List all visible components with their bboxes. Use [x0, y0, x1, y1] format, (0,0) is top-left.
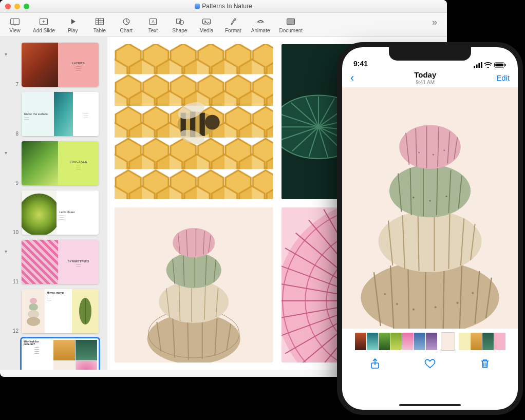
- cellular-icon: [474, 62, 482, 68]
- svg-point-129: [413, 308, 415, 310]
- photos-toolbar: [342, 354, 518, 372]
- filmstrip-thumb[interactable]: [459, 333, 470, 350]
- svg-point-24: [27, 317, 40, 326]
- photo-filmstrip[interactable]: [342, 329, 518, 354]
- svg-rect-111: [474, 66, 475, 68]
- svg-rect-117: [505, 64, 506, 66]
- media-button[interactable]: Media: [198, 17, 215, 33]
- favorite-button[interactable]: [424, 357, 436, 372]
- filmstrip-thumb[interactable]: [355, 333, 366, 350]
- svg-point-22: [29, 303, 38, 311]
- svg-point-17: [204, 21, 206, 22]
- svg-point-15: [179, 21, 183, 25]
- slide-thumb-12[interactable]: 12 Mirror, mirror—————————: [2, 287, 105, 336]
- slide-thumb-9[interactable]: ▾ 9 FRACTALS—————————: [2, 139, 105, 188]
- slide-thumb-10[interactable]: 10 Look closer—————————: [2, 188, 105, 237]
- filmstrip-thumb[interactable]: [426, 333, 437, 350]
- canvas-image-urchins[interactable]: [115, 207, 273, 362]
- svg-rect-20: [287, 18, 295, 25]
- iphone-device: 9:41 ‹ Today 9:41 AM Edit: [337, 42, 523, 415]
- filmstrip-thumb-current[interactable]: [441, 333, 455, 350]
- svg-rect-112: [476, 65, 478, 68]
- svg-point-130: [435, 306, 437, 308]
- titlebar: Patterns In Nature: [0, 0, 447, 13]
- svg-point-35: [205, 115, 220, 130]
- filmstrip-thumb[interactable]: [482, 333, 494, 350]
- add-slide-button[interactable]: Add Slide: [33, 17, 55, 33]
- svg-text:A: A: [152, 19, 155, 24]
- svg-point-21: [30, 298, 37, 304]
- nav-subtitle: 9:41 AM: [414, 80, 436, 85]
- plus-icon: [38, 17, 49, 26]
- table-button[interactable]: Table: [91, 17, 108, 33]
- filmstrip-thumb[interactable]: [414, 333, 425, 350]
- text-button[interactable]: A Text: [144, 17, 162, 33]
- photos-navbar: ‹ Today 9:41 AM Edit: [342, 69, 518, 87]
- filmstrip-thumb[interactable]: [367, 333, 378, 350]
- svg-point-133: [472, 292, 474, 294]
- document-icon: [195, 4, 200, 9]
- battery-icon: [494, 62, 507, 68]
- document-icon: [285, 17, 296, 26]
- svg-rect-0: [11, 18, 20, 25]
- svg-rect-6: [96, 18, 103, 25]
- svg-rect-34: [200, 113, 205, 136]
- wifi-icon: [484, 62, 492, 68]
- play-button[interactable]: Play: [64, 17, 82, 33]
- toolbar-overflow-button[interactable]: »: [428, 17, 441, 28]
- filmstrip-thumb[interactable]: [390, 333, 402, 350]
- edit-button[interactable]: Edit: [496, 73, 510, 82]
- media-icon: [201, 17, 212, 26]
- svg-rect-116: [495, 64, 503, 67]
- nav-title: Today: [414, 71, 436, 80]
- canvas-image-honeycomb[interactable]: [115, 44, 273, 199]
- chart-button[interactable]: Chart: [118, 17, 135, 33]
- svg-marker-5: [71, 19, 75, 24]
- filmstrip-thumb[interactable]: [494, 333, 505, 350]
- svg-point-18: [234, 18, 235, 20]
- svg-point-161: [443, 149, 445, 151]
- text-icon: A: [147, 17, 159, 26]
- chevron-down-icon[interactable]: ▾: [2, 150, 9, 156]
- status-time: 9:41: [353, 60, 368, 68]
- share-button[interactable]: [369, 357, 381, 372]
- svg-point-134: [379, 211, 482, 272]
- back-button[interactable]: ‹: [350, 71, 354, 85]
- slide-thumb-8[interactable]: 8 Under the surface—————— —————————: [2, 89, 105, 139]
- svg-point-160: [433, 154, 434, 155]
- svg-point-159: [418, 151, 420, 153]
- window-title: Patterns In Nature: [202, 3, 252, 10]
- animate-icon: [255, 17, 266, 26]
- home-indicator[interactable]: [399, 404, 461, 406]
- view-button[interactable]: View: [6, 17, 24, 33]
- filmstrip-thumb[interactable]: [471, 333, 482, 350]
- format-button[interactable]: Format: [224, 17, 242, 33]
- delete-button[interactable]: [479, 357, 491, 372]
- view-icon: [9, 17, 21, 26]
- slide-thumb-7[interactable]: ▾ 7 LAYERS—————————: [2, 40, 105, 89]
- chart-icon: [121, 17, 132, 26]
- filmstrip-thumb[interactable]: [379, 333, 390, 350]
- format-icon: [228, 17, 239, 26]
- slide-thumb-13[interactable]: 13 Why look for patterns?————————————: [2, 336, 105, 370]
- photo-viewer[interactable]: [342, 87, 518, 329]
- play-icon: [67, 17, 79, 26]
- chevron-down-icon[interactable]: ▾: [2, 51, 9, 57]
- svg-point-151: [445, 195, 447, 197]
- document-button[interactable]: Document: [279, 17, 303, 33]
- filmstrip-thumb[interactable]: [402, 333, 414, 350]
- animate-button[interactable]: Animate: [251, 17, 270, 33]
- svg-point-131: [456, 301, 458, 303]
- notch: [389, 47, 471, 61]
- svg-rect-114: [481, 62, 482, 68]
- svg-point-132: [384, 293, 386, 295]
- svg-point-150: [429, 200, 430, 201]
- slide-navigator[interactable]: ▾ 7 LAYERS————————— 8 Under: [0, 37, 107, 370]
- chevron-down-icon[interactable]: ▾: [2, 249, 9, 254]
- toolbar: View Add Slide Play Table Chart: [0, 13, 447, 37]
- svg-point-149: [413, 196, 414, 198]
- shape-icon: [174, 17, 185, 26]
- shape-button[interactable]: Shape: [171, 17, 189, 33]
- slide-thumb-11[interactable]: ▾ 11 SYMMETRIES——————: [2, 237, 105, 287]
- table-icon: [94, 17, 105, 26]
